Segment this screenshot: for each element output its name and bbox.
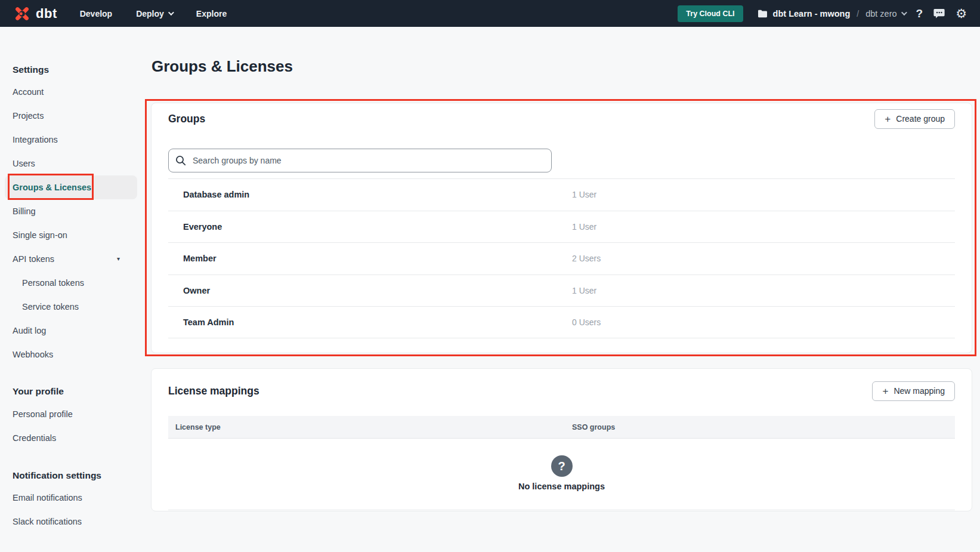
column-license-type: License type bbox=[168, 423, 572, 431]
group-user-count: 1 User bbox=[572, 222, 955, 232]
account-name[interactable]: dbt Learn - mwong bbox=[773, 9, 851, 18]
chevron-down-icon bbox=[168, 10, 174, 16]
groups-heading: Groups bbox=[168, 113, 205, 125]
license-mappings-heading: License mappings bbox=[168, 385, 259, 397]
license-mappings-card: License mappings + New mapping License t… bbox=[151, 368, 972, 511]
search-groups-input[interactable] bbox=[168, 149, 552, 172]
folder-icon bbox=[758, 10, 768, 18]
caret-down-icon[interactable]: ▾ bbox=[117, 247, 120, 271]
group-user-count: 2 Users bbox=[572, 254, 955, 263]
sidebar-item-projects[interactable]: Projects bbox=[13, 104, 44, 128]
sidebar-item-integrations[interactable]: Integrations bbox=[13, 128, 58, 152]
primary-nav: Develop Deploy Explore bbox=[80, 9, 227, 18]
try-cloud-cli-button[interactable]: Try Cloud CLI bbox=[678, 5, 743, 22]
group-row[interactable]: Team Admin 0 Users bbox=[168, 306, 955, 338]
divider bbox=[168, 510, 955, 510]
group-user-count: 0 Users bbox=[572, 317, 955, 327]
group-user-count: 1 User bbox=[572, 286, 955, 295]
nav-develop[interactable]: Develop bbox=[80, 9, 112, 18]
breadcrumb-separator: / bbox=[857, 9, 859, 18]
navbar-right: Try Cloud CLI dbt Learn - mwong / dbt ze… bbox=[678, 5, 967, 22]
empty-state-text: No license mappings bbox=[518, 482, 605, 491]
sidebar-item-single-sign-on[interactable]: Single sign-on bbox=[13, 223, 67, 247]
sidebar-item-users[interactable]: Users bbox=[13, 152, 35, 175]
help-icon[interactable]: ? bbox=[916, 8, 923, 19]
sidebar-item-personal-profile[interactable]: Personal profile bbox=[13, 402, 73, 426]
groups-table: Database admin 1 User Everyone 1 User Me… bbox=[168, 178, 955, 338]
sidebar-item-groups-licenses[interactable]: Groups & Licenses bbox=[13, 175, 91, 199]
plus-icon: + bbox=[885, 114, 891, 124]
group-name: Team Admin bbox=[168, 317, 572, 327]
column-sso-groups: SSO groups bbox=[572, 423, 955, 431]
group-name: Everyone bbox=[168, 222, 572, 232]
sidebar-item-api-tokens[interactable]: API tokens bbox=[13, 247, 54, 271]
sidebar-heading-your-profile: Your profile bbox=[13, 380, 64, 403]
chevron-down-icon bbox=[901, 10, 907, 16]
new-mapping-button[interactable]: + New mapping bbox=[872, 381, 955, 401]
sidebar-item-slack-notifications[interactable]: Slack notifications bbox=[13, 510, 82, 534]
sidebar-item-billing[interactable]: Billing bbox=[13, 199, 36, 223]
create-group-button[interactable]: + Create group bbox=[874, 109, 955, 129]
group-user-count: 1 User bbox=[572, 190, 955, 199]
sidebar-item-service-tokens[interactable]: Service tokens bbox=[22, 295, 79, 319]
sidebar-item-personal-tokens[interactable]: Personal tokens bbox=[22, 271, 84, 295]
license-table-header: License type SSO groups bbox=[168, 416, 955, 439]
group-row[interactable]: Database admin 1 User bbox=[168, 178, 955, 211]
license-empty-state: ? No license mappings bbox=[168, 439, 955, 491]
brand-name: dbt bbox=[36, 6, 57, 21]
top-navbar: dbt Develop Deploy Explore Try Cloud CLI… bbox=[0, 0, 980, 27]
group-name: Database admin bbox=[168, 190, 572, 199]
plus-icon: + bbox=[882, 386, 888, 396]
groups-card: Groups + Create group Database admin 1 U… bbox=[151, 103, 972, 353]
group-row[interactable]: Owner 1 User bbox=[168, 275, 955, 307]
group-row[interactable]: Member 2 Users bbox=[168, 242, 955, 275]
group-name: Member bbox=[168, 254, 572, 263]
dbt-spark-icon bbox=[13, 5, 31, 23]
sidebar-heading-settings: Settings bbox=[13, 58, 49, 82]
group-name: Owner bbox=[168, 286, 572, 295]
question-mark-icon: ? bbox=[551, 455, 573, 477]
sidebar-item-audit-log[interactable]: Audit log bbox=[13, 319, 46, 343]
sidebar-heading-notification-settings: Notification settings bbox=[13, 464, 101, 488]
sidebar-item-credentials[interactable]: Credentials bbox=[13, 426, 56, 450]
project-selector[interactable]: dbt zero bbox=[865, 9, 905, 18]
search-icon bbox=[175, 155, 186, 166]
sidebar-item-account[interactable]: Account bbox=[13, 80, 44, 104]
page-title: Groups & Licenses bbox=[152, 57, 293, 76]
sidebar-item-webhooks[interactable]: Webhooks bbox=[13, 343, 53, 366]
account-breadcrumb: dbt Learn - mwong / dbt zero bbox=[758, 9, 905, 18]
feedback-chat-icon[interactable] bbox=[933, 8, 945, 19]
nav-deploy[interactable]: Deploy bbox=[136, 9, 172, 18]
group-row[interactable]: Everyone 1 User bbox=[168, 211, 955, 243]
sidebar-item-email-notifications[interactable]: Email notifications bbox=[13, 486, 82, 510]
nav-explore[interactable]: Explore bbox=[196, 9, 227, 18]
dbt-logo[interactable]: dbt bbox=[13, 5, 57, 23]
gear-icon[interactable]: ⚙ bbox=[956, 7, 967, 20]
